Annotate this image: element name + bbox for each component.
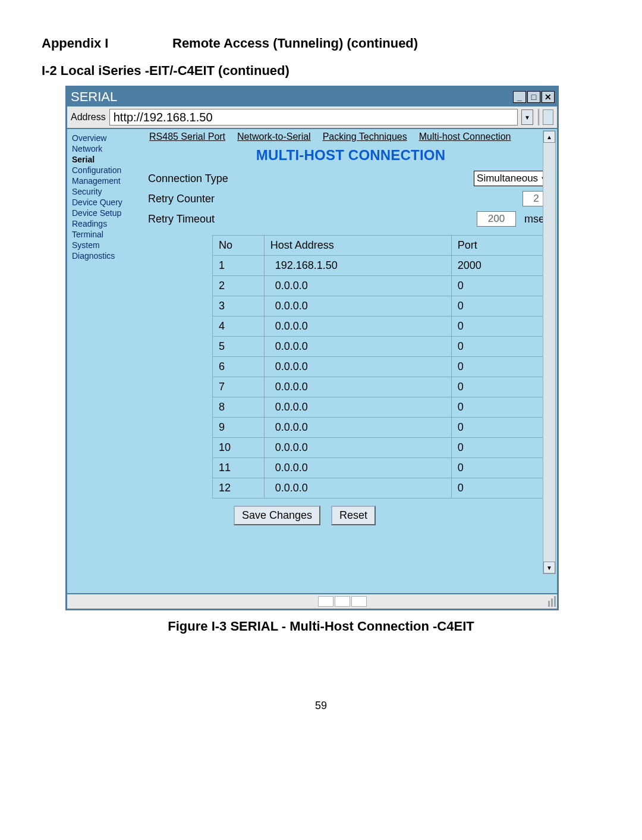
cell-no: 12: [213, 478, 265, 499]
vertical-scrollbar[interactable]: ▲ ▼: [543, 130, 556, 574]
table-row: 20.0.0.00: [213, 276, 555, 296]
sidebar-item-configuration[interactable]: Configuration: [72, 165, 142, 175]
client-area: OverviewNetworkSerialConfigurationManage…: [67, 129, 557, 593]
cell-addr[interactable]: 0.0.0.0: [264, 458, 451, 478]
tab-multi-host-connection[interactable]: Multi-host Connection: [419, 131, 511, 142]
page-number: 59: [42, 700, 600, 712]
tab-network-to-serial[interactable]: Network-to-Serial: [237, 131, 311, 142]
save-button[interactable]: Save Changes: [234, 506, 320, 525]
sidebar-item-system[interactable]: System: [72, 240, 142, 250]
cell-addr[interactable]: 192.168.1.50: [264, 256, 451, 276]
cell-addr[interactable]: 0.0.0.0: [264, 438, 451, 458]
address-input[interactable]: [109, 109, 518, 126]
sidebar-item-readings[interactable]: Readings: [72, 218, 142, 229]
table-row: 120.0.0.00: [213, 478, 555, 499]
cell-port[interactable]: 0: [451, 357, 554, 377]
retry-timeout-label: Retry Timeout: [148, 213, 267, 225]
cell-addr[interactable]: 0.0.0.0: [264, 316, 451, 337]
cell-no: 8: [213, 397, 265, 418]
cell-port[interactable]: 2000: [451, 256, 554, 276]
retry-counter-label: Retry Counter: [148, 193, 267, 205]
sidebar-item-diagnostics[interactable]: Diagnostics: [72, 250, 142, 261]
resize-grip-icon[interactable]: [548, 596, 556, 607]
button-row: Save Changes Reset: [234, 506, 555, 525]
table-row: 50.0.0.00: [213, 337, 555, 357]
retry-timeout-input[interactable]: [477, 211, 516, 227]
cell-no: 10: [213, 438, 265, 458]
th-port: Port: [451, 236, 554, 256]
table-row: 110.0.0.00: [213, 458, 555, 478]
figure-caption: Figure I-3 SERIAL - Multi-Host Connectio…: [42, 619, 600, 634]
cell-no: 4: [213, 316, 265, 337]
address-bar: Address ▼: [67, 106, 557, 129]
tab-rs485-serial-port[interactable]: RS485 Serial Port: [149, 131, 225, 142]
cell-addr[interactable]: 0.0.0.0: [264, 397, 451, 418]
cell-port[interactable]: 0: [451, 296, 554, 316]
panel-title: MULTI-HOST CONNECTION: [147, 145, 555, 168]
cell-addr[interactable]: 0.0.0.0: [264, 276, 451, 296]
cell-port[interactable]: 0: [451, 276, 554, 296]
cell-port[interactable]: 0: [451, 418, 554, 438]
tab-packing-techniques[interactable]: Packing Techniques: [323, 131, 407, 142]
cell-addr[interactable]: 0.0.0.0: [264, 296, 451, 316]
cell-addr[interactable]: 0.0.0.0: [264, 337, 451, 357]
status-cell: [335, 596, 350, 607]
window-title: SERIAL: [71, 89, 117, 105]
cell-port[interactable]: 0: [451, 377, 554, 397]
cell-no: 7: [213, 377, 265, 397]
sidebar-item-device-query[interactable]: Device Query: [72, 197, 142, 208]
cell-addr[interactable]: 0.0.0.0: [264, 357, 451, 377]
table-row: 80.0.0.00: [213, 397, 555, 418]
conn-type-select[interactable]: Simultaneous ▼: [474, 171, 550, 186]
cell-port[interactable]: 0: [451, 458, 554, 478]
cell-no: 5: [213, 337, 265, 357]
scroll-up-icon[interactable]: ▲: [543, 131, 555, 143]
sidebar-item-overview[interactable]: Overview: [72, 133, 142, 143]
cell-port[interactable]: 0: [451, 337, 554, 357]
th-addr: Host Address: [264, 236, 451, 256]
sidebar-item-network[interactable]: Network: [72, 143, 142, 154]
host-table: No Host Address Port 1192.168.1.50200020…: [212, 235, 555, 499]
appendix-left: Appendix I: [42, 36, 172, 51]
app-window: SERIAL _ □ ✕ Address ▼ OverviewNetworkSe…: [65, 86, 559, 610]
cell-no: 11: [213, 458, 265, 478]
conn-type-label: Connection Type: [148, 173, 267, 185]
table-row: 90.0.0.00: [213, 418, 555, 438]
minimize-icon[interactable]: _: [513, 91, 526, 103]
sidebar-item-device-setup[interactable]: Device Setup: [72, 208, 142, 218]
scroll-down-icon[interactable]: ▼: [543, 562, 555, 573]
cell-port[interactable]: 0: [451, 438, 554, 458]
sidebar-item-serial[interactable]: Serial: [72, 154, 142, 165]
cell-no: 6: [213, 357, 265, 377]
toolbar-separator: [537, 109, 539, 126]
address-dropdown-icon[interactable]: ▼: [521, 109, 533, 125]
cell-addr[interactable]: 0.0.0.0: [264, 478, 451, 499]
sidebar-item-security[interactable]: Security: [72, 186, 142, 197]
status-cell: [318, 596, 333, 607]
th-no: No: [213, 236, 265, 256]
cell-addr[interactable]: 0.0.0.0: [264, 377, 451, 397]
table-row: 40.0.0.00: [213, 316, 555, 337]
table-row: 70.0.0.00: [213, 377, 555, 397]
go-button[interactable]: [543, 109, 553, 125]
sidebar-item-management[interactable]: Management: [72, 175, 142, 186]
maximize-icon[interactable]: □: [527, 91, 540, 103]
cell-no: 3: [213, 296, 265, 316]
cell-port[interactable]: 0: [451, 316, 554, 337]
reset-button[interactable]: Reset: [331, 506, 376, 525]
cell-port[interactable]: 0: [451, 397, 554, 418]
fields: Connection Type Simultaneous ▼ Retry Cou…: [147, 168, 555, 229]
table-row: 100.0.0.00: [213, 438, 555, 458]
table-row: 1192.168.1.502000: [213, 256, 555, 276]
cell-port[interactable]: 0: [451, 478, 554, 499]
table-row: 60.0.0.00: [213, 357, 555, 377]
sidebar: OverviewNetworkSerialConfigurationManage…: [67, 129, 144, 593]
cell-no: 1: [213, 256, 265, 276]
cell-addr[interactable]: 0.0.0.0: [264, 418, 451, 438]
cell-no: 9: [213, 418, 265, 438]
conn-type-value: Simultaneous: [477, 173, 538, 184]
sidebar-item-terminal[interactable]: Terminal: [72, 229, 142, 240]
title-bar: SERIAL _ □ ✕: [67, 87, 557, 106]
section-heading: I-2 Local iSeries -EIT/-C4EIT (continued…: [42, 63, 600, 79]
close-icon[interactable]: ✕: [542, 91, 555, 103]
